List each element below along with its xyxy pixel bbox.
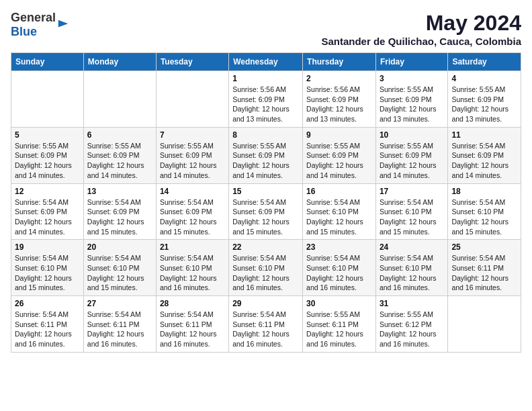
- calendar-cell: [83, 71, 156, 128]
- day-number: 31: [380, 299, 444, 308]
- calendar-cell: [156, 71, 228, 128]
- svg-marker-0: [58, 20, 68, 28]
- header-saturday: Saturday: [448, 53, 521, 71]
- page-container: General Blue May 2024 Santander de Quili…: [11, 11, 521, 353]
- day-number: 29: [232, 299, 299, 308]
- day-info: Sunrise: 5:54 AM Sunset: 6:09 PM Dayligh…: [451, 141, 517, 181]
- calendar-cell: [11, 71, 84, 128]
- header-thursday: Thursday: [303, 53, 376, 71]
- day-number: 15: [232, 187, 299, 196]
- day-number: 20: [87, 242, 152, 252]
- day-number: 3: [380, 74, 444, 83]
- day-number: 4: [451, 74, 517, 83]
- day-number: 12: [15, 187, 80, 196]
- calendar-cell: 26Sunrise: 5:54 AM Sunset: 6:11 PM Dayli…: [11, 296, 84, 353]
- calendar-cell: 2Sunrise: 5:56 AM Sunset: 6:09 PM Daylig…: [303, 71, 376, 128]
- day-info: Sunrise: 5:54 AM Sunset: 6:11 PM Dayligh…: [160, 310, 225, 349]
- day-info: Sunrise: 5:54 AM Sunset: 6:09 PM Dayligh…: [15, 197, 80, 237]
- day-info: Sunrise: 5:54 AM Sunset: 6:11 PM Dayligh…: [87, 310, 152, 349]
- calendar-cell: 30Sunrise: 5:55 AM Sunset: 6:11 PM Dayli…: [303, 296, 376, 353]
- day-number: 16: [306, 187, 372, 196]
- title-area: May 2024 Santander de Quilichao, Cauca, …: [321, 11, 521, 47]
- day-info: Sunrise: 5:56 AM Sunset: 6:09 PM Dayligh…: [232, 85, 299, 124]
- day-info: Sunrise: 5:54 AM Sunset: 6:11 PM Dayligh…: [232, 310, 299, 349]
- day-info: Sunrise: 5:54 AM Sunset: 6:11 PM Dayligh…: [15, 310, 80, 349]
- day-info: Sunrise: 5:54 AM Sunset: 6:10 PM Dayligh…: [15, 253, 80, 293]
- day-number: 28: [160, 299, 225, 308]
- calendar-cell: 18Sunrise: 5:54 AM Sunset: 6:10 PM Dayli…: [448, 183, 521, 240]
- day-info: Sunrise: 5:55 AM Sunset: 6:09 PM Dayligh…: [306, 141, 372, 181]
- logo-flag-icon: [57, 19, 69, 31]
- day-number: 7: [160, 130, 225, 140]
- day-info: Sunrise: 5:54 AM Sunset: 6:10 PM Dayligh…: [160, 253, 225, 293]
- day-number: 18: [451, 187, 517, 196]
- day-info: Sunrise: 5:54 AM Sunset: 6:09 PM Dayligh…: [232, 197, 299, 237]
- calendar-cell: 16Sunrise: 5:54 AM Sunset: 6:10 PM Dayli…: [303, 183, 376, 240]
- day-info: Sunrise: 5:55 AM Sunset: 6:09 PM Dayligh…: [15, 141, 80, 181]
- day-info: Sunrise: 5:54 AM Sunset: 6:10 PM Dayligh…: [306, 197, 372, 237]
- day-number: 17: [380, 187, 444, 196]
- day-info: Sunrise: 5:54 AM Sunset: 6:10 PM Dayligh…: [380, 253, 444, 293]
- calendar-cell: 22Sunrise: 5:54 AM Sunset: 6:10 PM Dayli…: [229, 240, 303, 296]
- calendar-cell: 24Sunrise: 5:54 AM Sunset: 6:10 PM Dayli…: [375, 240, 447, 296]
- day-number: 2: [306, 74, 372, 83]
- day-number: 9: [306, 130, 372, 140]
- logo-text: General Blue: [11, 11, 56, 39]
- day-number: 21: [160, 242, 225, 252]
- calendar-cell: 8Sunrise: 5:55 AM Sunset: 6:09 PM Daylig…: [229, 127, 303, 183]
- header: General Blue May 2024 Santander de Quili…: [11, 11, 521, 47]
- day-info: Sunrise: 5:55 AM Sunset: 6:09 PM Dayligh…: [160, 141, 225, 181]
- calendar-header: Sunday Monday Tuesday Wednesday Thursday…: [11, 53, 521, 71]
- day-info: Sunrise: 5:54 AM Sunset: 6:10 PM Dayligh…: [451, 197, 517, 237]
- day-number: 8: [232, 130, 299, 140]
- day-info: Sunrise: 5:55 AM Sunset: 6:09 PM Dayligh…: [232, 141, 299, 181]
- calendar-cell: 31Sunrise: 5:55 AM Sunset: 6:12 PM Dayli…: [375, 296, 447, 353]
- day-info: Sunrise: 5:55 AM Sunset: 6:09 PM Dayligh…: [380, 141, 444, 181]
- calendar-cell: 23Sunrise: 5:54 AM Sunset: 6:10 PM Dayli…: [303, 240, 376, 296]
- logo: General Blue: [11, 11, 69, 39]
- header-wednesday: Wednesday: [229, 53, 303, 71]
- day-number: 25: [451, 242, 517, 252]
- day-info: Sunrise: 5:55 AM Sunset: 6:09 PM Dayligh…: [87, 141, 152, 181]
- day-info: Sunrise: 5:56 AM Sunset: 6:09 PM Dayligh…: [306, 85, 372, 124]
- calendar-cell: 13Sunrise: 5:54 AM Sunset: 6:09 PM Dayli…: [83, 183, 156, 240]
- day-info: Sunrise: 5:55 AM Sunset: 6:11 PM Dayligh…: [306, 310, 372, 349]
- calendar-cell: 11Sunrise: 5:54 AM Sunset: 6:09 PM Dayli…: [448, 127, 521, 183]
- location-title: Santander de Quilichao, Cauca, Colombia: [321, 36, 521, 47]
- calendar-cell: 28Sunrise: 5:54 AM Sunset: 6:11 PM Dayli…: [156, 296, 228, 353]
- day-number: 19: [15, 242, 80, 252]
- day-info: Sunrise: 5:54 AM Sunset: 6:09 PM Dayligh…: [160, 197, 225, 237]
- day-number: 14: [160, 187, 225, 196]
- logo-general: General: [11, 11, 56, 24]
- day-number: 27: [87, 299, 152, 308]
- calendar-cell: 15Sunrise: 5:54 AM Sunset: 6:09 PM Dayli…: [229, 183, 303, 240]
- day-info: Sunrise: 5:54 AM Sunset: 6:09 PM Dayligh…: [87, 197, 152, 237]
- day-info: Sunrise: 5:54 AM Sunset: 6:10 PM Dayligh…: [306, 253, 372, 293]
- header-tuesday: Tuesday: [156, 53, 228, 71]
- day-number: 22: [232, 242, 299, 252]
- calendar-week-row: 12Sunrise: 5:54 AM Sunset: 6:09 PM Dayli…: [11, 183, 521, 240]
- day-number: 23: [306, 242, 372, 252]
- header-monday: Monday: [83, 53, 156, 71]
- calendar-week-row: 26Sunrise: 5:54 AM Sunset: 6:11 PM Dayli…: [11, 296, 521, 353]
- day-info: Sunrise: 5:54 AM Sunset: 6:10 PM Dayligh…: [87, 253, 152, 293]
- header-friday: Friday: [375, 53, 447, 71]
- calendar-cell: 10Sunrise: 5:55 AM Sunset: 6:09 PM Dayli…: [375, 127, 447, 183]
- calendar-cell: 17Sunrise: 5:54 AM Sunset: 6:10 PM Dayli…: [375, 183, 447, 240]
- day-info: Sunrise: 5:54 AM Sunset: 6:10 PM Dayligh…: [380, 197, 444, 237]
- day-number: 5: [15, 130, 80, 140]
- calendar-body: 1Sunrise: 5:56 AM Sunset: 6:09 PM Daylig…: [11, 71, 521, 353]
- calendar-cell: 20Sunrise: 5:54 AM Sunset: 6:10 PM Dayli…: [83, 240, 156, 296]
- calendar-week-row: 1Sunrise: 5:56 AM Sunset: 6:09 PM Daylig…: [11, 71, 521, 128]
- calendar-table: Sunday Monday Tuesday Wednesday Thursday…: [11, 52, 521, 353]
- day-number: 24: [380, 242, 444, 252]
- logo-blue: Blue: [11, 25, 37, 38]
- day-number: 11: [451, 130, 517, 140]
- calendar-cell: 12Sunrise: 5:54 AM Sunset: 6:09 PM Dayli…: [11, 183, 84, 240]
- day-number: 30: [306, 299, 372, 308]
- calendar-cell: 4Sunrise: 5:55 AM Sunset: 6:09 PM Daylig…: [448, 71, 521, 128]
- calendar-cell: 7Sunrise: 5:55 AM Sunset: 6:09 PM Daylig…: [156, 127, 228, 183]
- day-number: 10: [380, 130, 444, 140]
- day-number: 1: [232, 74, 299, 83]
- header-row: Sunday Monday Tuesday Wednesday Thursday…: [11, 53, 521, 71]
